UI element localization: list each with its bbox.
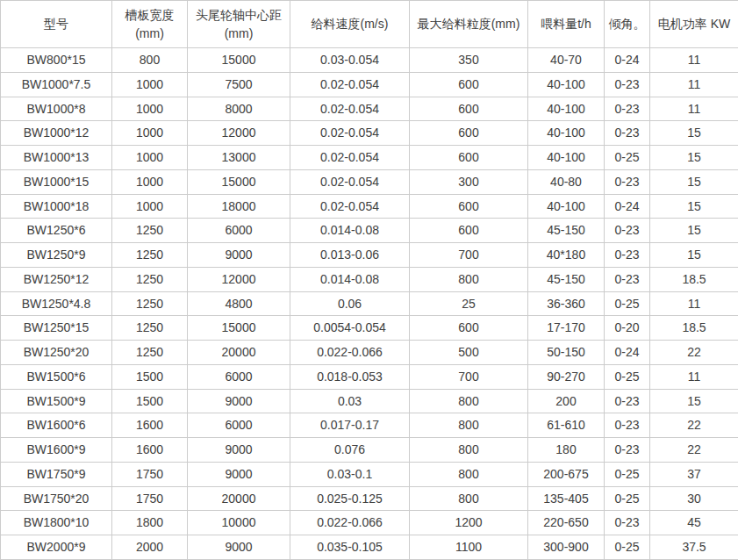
table-cell: 1200 <box>410 511 528 535</box>
model-cell: BW1800*10 <box>1 511 112 535</box>
table-cell: 18.5 <box>650 267 738 291</box>
table-cell: 40-100 <box>528 72 605 97</box>
model-cell: BW1000*7.5 <box>1 72 112 97</box>
table-cell: 0-24 <box>605 341 650 365</box>
table-cell: 0-23 <box>605 511 650 535</box>
table-cell: 1000 <box>112 121 188 146</box>
table-cell: 0.025-0.125 <box>290 486 410 511</box>
table-cell: 8000 <box>188 97 290 121</box>
column-header: 型号 <box>1 1 112 48</box>
table-cell: 0.02-0.054 <box>290 72 410 97</box>
table-cell: 40-100 <box>528 194 605 219</box>
table-cell: 0.014-0.08 <box>290 267 410 291</box>
table-cell: 0.02-0.054 <box>290 146 410 170</box>
model-cell: BW2000*9 <box>1 535 112 560</box>
table-cell: 1250 <box>112 243 188 268</box>
table-cell: 0.014-0.08 <box>290 219 410 243</box>
table-cell: 30 <box>650 486 738 511</box>
table-cell: 1800 <box>112 511 188 535</box>
table-cell: 0-25 <box>605 364 650 389</box>
table-cell: 0-23 <box>605 267 650 291</box>
table-row: BW1000*151000150000.02-0.05430040-800-23… <box>1 169 738 194</box>
table-cell: 15 <box>650 194 738 219</box>
table-cell: 0-25 <box>605 291 650 316</box>
table-cell: 11 <box>650 291 738 316</box>
column-header: 电机功率 KW <box>650 1 738 48</box>
table-cell: 600 <box>410 194 528 219</box>
model-cell: BW1250*15 <box>1 316 112 341</box>
table-cell: 1500 <box>112 389 188 413</box>
table-cell: 15 <box>650 121 738 146</box>
table-cell: 700 <box>410 243 528 268</box>
table-cell: 12000 <box>188 267 290 291</box>
column-header: 头尾轮轴中心距(mm) <box>188 1 290 48</box>
table-cell: 1250 <box>112 219 188 243</box>
column-header: 最大给料粒度(mm) <box>410 1 528 48</box>
table-cell: 25 <box>410 291 528 316</box>
table-cell: 220-650 <box>528 511 605 535</box>
column-header: 喂料量t/h <box>528 1 605 48</box>
table-cell: 0.06 <box>290 291 410 316</box>
table-cell: 1750 <box>112 462 188 486</box>
table-cell: 45-150 <box>528 219 605 243</box>
table-cell: 45-150 <box>528 267 605 291</box>
table-cell: 40*180 <box>528 243 605 268</box>
table-cell: 0.022-0.066 <box>290 511 410 535</box>
table-cell: 300 <box>410 169 528 194</box>
table-cell: 1000 <box>112 72 188 97</box>
table-cell: 11 <box>650 97 738 121</box>
table-cell: 9000 <box>188 438 290 463</box>
table-row: BW1000*181000180000.02-0.05460040-1000-2… <box>1 194 738 219</box>
table-cell: 40-80 <box>528 169 605 194</box>
table-cell: 15000 <box>188 48 290 73</box>
table-cell: 0-23 <box>605 97 650 121</box>
table-cell: 9000 <box>188 389 290 413</box>
model-cell: BW1600*6 <box>1 413 112 438</box>
table-cell: 17-170 <box>528 316 605 341</box>
table-cell: 11 <box>650 72 738 97</box>
table-cell: 61-610 <box>528 413 605 438</box>
table-row: BW2000*9200090000.035-0.1051100300-9000-… <box>1 535 738 560</box>
table-cell: 0-24 <box>605 48 650 73</box>
table-cell: 15 <box>650 169 738 194</box>
table-cell: 600 <box>410 121 528 146</box>
table-cell: 1600 <box>112 438 188 463</box>
model-cell: BW1250*4.8 <box>1 291 112 316</box>
table-cell: 135-405 <box>528 486 605 511</box>
column-header: 倾角。 <box>605 1 650 48</box>
model-cell: BW1750*20 <box>1 486 112 511</box>
table-row: BW1250*9125090000.013-0.0670040*1800-231… <box>1 243 738 268</box>
table-cell: 0.02-0.054 <box>290 194 410 219</box>
table-cell: 13000 <box>188 146 290 170</box>
table-cell: 0-23 <box>605 243 650 268</box>
table-cell: 7500 <box>188 72 290 97</box>
table-cell: 0.076 <box>290 438 410 463</box>
table-row: BW1750*201750200000.025-0.125800135-4050… <box>1 486 738 511</box>
table-cell: 0.03 <box>290 389 410 413</box>
table-row: BW1250*6125060000.014-0.0860045-1500-231… <box>1 219 738 243</box>
table-cell: 0-23 <box>605 72 650 97</box>
table-row: BW1600*6160060000.017-0.1780061-6100-232… <box>1 413 738 438</box>
table-cell: 600 <box>410 72 528 97</box>
table-cell: 200-675 <box>528 462 605 486</box>
table-cell: 1600 <box>112 413 188 438</box>
model-cell: BW1000*8 <box>1 97 112 121</box>
table-cell: 1000 <box>112 194 188 219</box>
table-cell: 15 <box>650 219 738 243</box>
table-cell: 0-23 <box>605 219 650 243</box>
table-cell: 0-25 <box>605 462 650 486</box>
table-cell: 1750 <box>112 486 188 511</box>
table-row: BW1500*6150060000.018-0.05370090-2700-25… <box>1 364 738 389</box>
table-row: BW1000*121000120000.02-0.05460040-1000-2… <box>1 121 738 146</box>
table-cell: 350 <box>410 48 528 73</box>
table-cell: 40-70 <box>528 48 605 73</box>
table-cell: 0.03-0.1 <box>290 462 410 486</box>
model-cell: BW1250*12 <box>1 267 112 291</box>
table-cell: 40-100 <box>528 146 605 170</box>
table-cell: 0-23 <box>605 389 650 413</box>
table-cell: 800 <box>410 389 528 413</box>
table-cell: 0.0054-0.054 <box>290 316 410 341</box>
table-cell: 37.5 <box>650 535 738 560</box>
table-cell: 0.017-0.17 <box>290 413 410 438</box>
table-cell: 15000 <box>188 316 290 341</box>
